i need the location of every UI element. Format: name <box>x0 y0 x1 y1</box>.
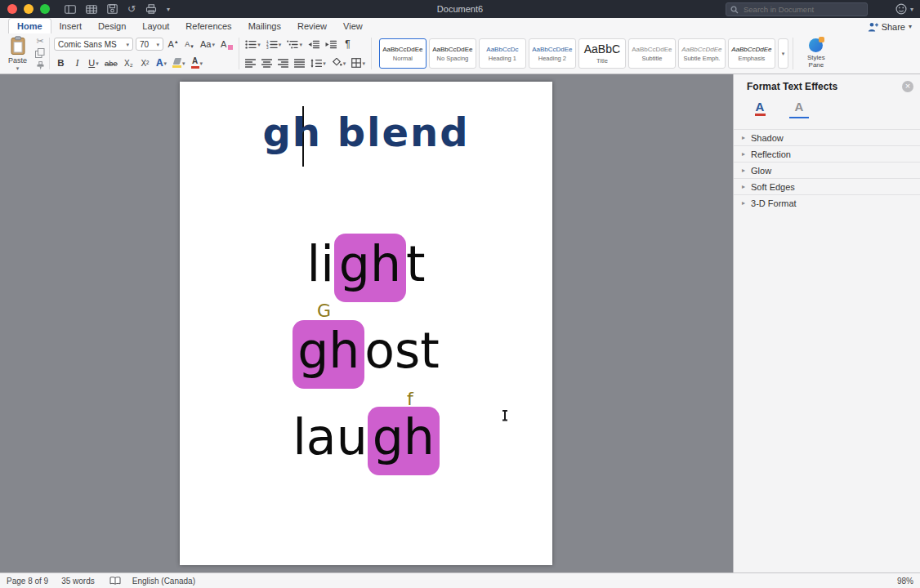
svg-text:3: 3 <box>266 46 269 49</box>
language-indicator[interactable]: English (Canada) <box>132 577 195 586</box>
print-icon[interactable] <box>145 4 157 14</box>
font-name-select[interactable]: Comic Sans MS ▾ <box>54 38 133 51</box>
styles-gallery-expand-button[interactable]: ▾ <box>778 38 788 69</box>
numbering-button[interactable]: 123 ▾ <box>265 37 284 51</box>
bullets-button[interactable]: ▾ <box>243 37 262 51</box>
align-center-button[interactable] <box>260 56 274 70</box>
minimize-window-button[interactable] <box>24 4 33 14</box>
bold-button[interactable]: B <box>54 56 68 70</box>
format-painter-icon[interactable] <box>36 61 45 71</box>
align-left-button[interactable] <box>243 56 257 70</box>
strikethrough-button[interactable]: abe <box>103 56 119 70</box>
tab-text-effects[interactable]: A <box>789 100 809 118</box>
shrink-font-button[interactable]: A▾ <box>182 37 196 51</box>
share-label: Share <box>882 22 905 32</box>
tab-view[interactable]: View <box>335 19 371 33</box>
word-ghost-gh-highlight: gh <box>293 320 364 389</box>
bullets-icon <box>245 40 257 49</box>
font-color-button[interactable]: A ▾ <box>190 56 205 70</box>
style-chip-no-spacing[interactable]: AaBbCcDdEeNo Spacing <box>429 38 476 69</box>
close-window-button[interactable] <box>7 4 17 14</box>
multilevel-list-button[interactable]: ▾ <box>285 37 304 51</box>
text-effects-button[interactable]: A▾ <box>154 56 168 70</box>
style-chip-normal[interactable]: AaBbCcDdEeNormal <box>379 38 427 69</box>
show-paragraph-marks-button[interactable]: ¶ <box>341 37 355 51</box>
page-indicator[interactable]: Page 8 of 9 <box>7 577 48 586</box>
word-count[interactable]: 35 words <box>61 577 95 586</box>
tab-text-fill-outline[interactable]: A <box>750 100 770 118</box>
cut-icon[interactable]: ✂ <box>36 37 43 46</box>
word-laugh-gh-highlight: gh <box>368 407 440 475</box>
section-shadow[interactable]: ▸Shadow <box>734 129 920 145</box>
word-light-pre: li <box>307 235 334 292</box>
search-input[interactable] <box>742 4 851 15</box>
underline-button[interactable]: U▾ <box>87 56 100 70</box>
font-name-value: Comic Sans MS <box>58 40 117 49</box>
save-icon[interactable] <box>107 4 118 14</box>
view-grid-icon[interactable] <box>86 5 97 14</box>
tab-design[interactable]: Design <box>90 19 134 33</box>
align-right-button[interactable] <box>276 56 290 70</box>
style-chip-subtitle[interactable]: AaBbCcDdEeSubtitle <box>628 38 676 69</box>
disclosure-triangle-icon: ▸ <box>742 167 745 174</box>
document-page[interactable]: gh blend light G ghost f laugh <box>180 82 552 565</box>
paste-clipboard-icon <box>10 36 26 56</box>
toolbar-customize-caret-icon[interactable]: ▾ <box>167 6 170 13</box>
feedback-smiley-icon[interactable] <box>895 3 907 15</box>
section-glow[interactable]: ▸Glow <box>734 162 920 178</box>
section-3d-format[interactable]: ▸3-D Format <box>734 194 920 211</box>
tab-layout[interactable]: Layout <box>134 19 177 33</box>
line-spacing-icon <box>310 59 322 68</box>
numbering-icon: 123 <box>266 40 278 49</box>
mouse-ibeam-cursor <box>502 410 508 421</box>
line-spacing-button[interactable]: ▾ <box>309 56 328 70</box>
paste-button[interactable]: Paste ▾ <box>5 36 30 71</box>
zoom-window-button[interactable] <box>40 4 50 14</box>
change-case-button[interactable]: Aa▾ <box>199 37 217 51</box>
superscript-button[interactable]: X² <box>138 56 152 70</box>
proofing-book-icon[interactable] <box>109 577 121 585</box>
style-chip-heading-1[interactable]: AaBbCcDcHeading 1 <box>479 38 526 69</box>
grow-font-button[interactable]: A▴ <box>166 37 180 51</box>
ribbon-tab-bar: Home Insert Design Layout References Mai… <box>0 18 920 33</box>
style-chip-emphasis[interactable]: AaBbCcDdEeEmphasis <box>728 38 775 69</box>
borders-button[interactable]: ▾ <box>350 56 367 70</box>
word-light-gh-highlight: gh <box>334 234 406 302</box>
style-chip-subtle-emphasis[interactable]: AaBbCcDdEeSubtle Emph. <box>678 38 726 69</box>
sidebar-toggle-icon[interactable] <box>65 5 76 14</box>
zoom-level[interactable]: 98% <box>897 577 913 586</box>
clear-formatting-button[interactable]: A <box>219 37 234 51</box>
section-soft-edges[interactable]: ▸Soft Edges <box>734 178 920 194</box>
search-box[interactable] <box>726 2 868 16</box>
style-chip-heading-2[interactable]: AaBbCcDdEeHeading 2 <box>529 38 576 69</box>
tab-review[interactable]: Review <box>289 19 335 33</box>
italic-button[interactable]: I <box>70 56 84 70</box>
style-chip-title[interactable]: AaBbCTitle <box>578 38 626 69</box>
document-workspace: gh blend light G ghost f laugh Format Te… <box>0 74 920 573</box>
document-title-text: gh blend <box>180 109 552 155</box>
tab-home[interactable]: Home <box>8 18 51 33</box>
panel-close-button[interactable]: × <box>902 81 913 92</box>
subscript-button[interactable]: X₂ <box>122 56 136 70</box>
section-reflection[interactable]: ▸Reflection <box>734 145 920 162</box>
tab-insert[interactable]: Insert <box>51 19 91 33</box>
justify-button[interactable] <box>293 56 306 70</box>
share-button[interactable]: Share ▾ <box>868 22 912 32</box>
increase-indent-button[interactable] <box>324 37 338 51</box>
shading-button[interactable]: ▾ <box>330 56 348 70</box>
selected-tab-underline <box>789 117 809 118</box>
undo-icon[interactable]: ↺ <box>127 4 136 14</box>
highlight-color-button[interactable]: ▾ <box>171 56 187 70</box>
word-ghost: ghost <box>180 323 552 377</box>
tab-references[interactable]: References <box>177 19 239 33</box>
align-left-icon <box>245 59 256 68</box>
styles-pane-button[interactable]: Styles Pane <box>797 36 835 71</box>
feedback-caret-icon[interactable]: ▾ <box>910 6 913 13</box>
tab-mailings[interactable]: Mailings <box>240 19 289 33</box>
copy-icon[interactable] <box>35 48 45 58</box>
format-text-effects-panel: Format Text Effects × A A ▸Shadow ▸Refle… <box>733 74 920 573</box>
status-bar: Page 8 of 9 35 words English (Canada) 98… <box>0 572 920 588</box>
font-size-select[interactable]: 70 ▾ <box>136 38 163 51</box>
annotation-letter-G: G <box>317 301 331 321</box>
decrease-indent-button[interactable] <box>306 37 321 51</box>
